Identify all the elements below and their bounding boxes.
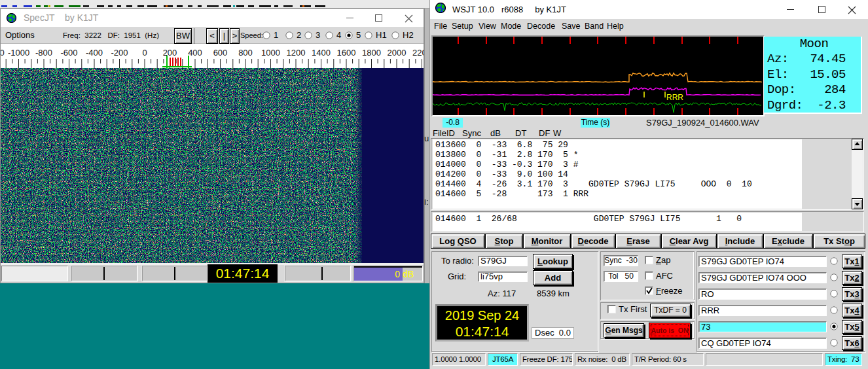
svg-text:600: 600: [213, 48, 228, 58]
svg-text:-1000: -1000: [8, 48, 29, 58]
svg-text:400: 400: [188, 48, 202, 58]
svg-text:-200: -200: [111, 48, 128, 58]
svg-text:0: 0: [142, 48, 147, 58]
svg-text:1000: 1000: [261, 48, 280, 58]
svg-text:1600: 1600: [337, 48, 356, 58]
svg-text:2200: 2200: [412, 48, 424, 58]
svg-text:200: 200: [163, 48, 177, 58]
svg-text:RRR: RRR: [666, 93, 683, 102]
svg-text:-400: -400: [86, 48, 103, 58]
svg-text:-600: -600: [60, 48, 77, 58]
svg-text:-800: -800: [35, 48, 52, 58]
svg-text:1800: 1800: [362, 48, 381, 58]
svg-text:-1200: -1200: [1, 48, 5, 58]
svg-text:800: 800: [238, 48, 253, 58]
svg-text:2000: 2000: [388, 48, 407, 58]
svg-text:1400: 1400: [312, 48, 331, 58]
svg-text:1200: 1200: [287, 48, 306, 58]
